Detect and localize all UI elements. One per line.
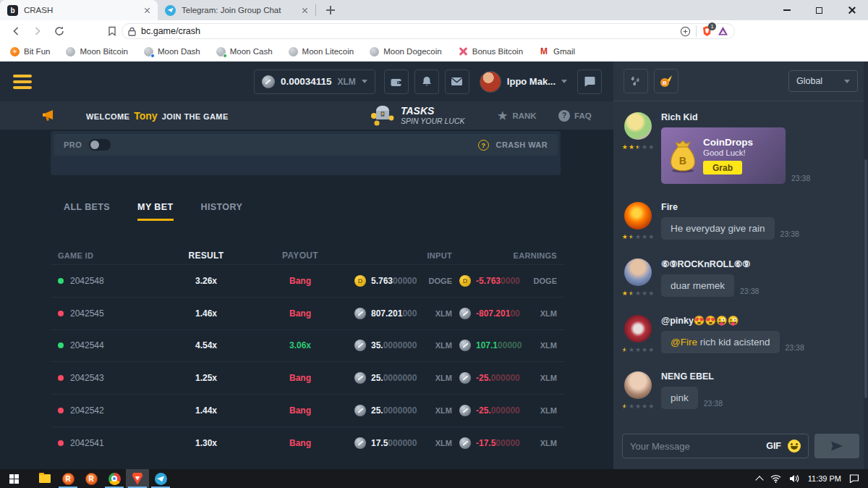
tray-expand-icon[interactable]: [755, 476, 763, 484]
bookmark-moon-litecoin[interactable]: Moon Litecoin: [289, 47, 354, 56]
faq-link[interactable]: ? FAQ: [558, 101, 592, 130]
chat-bubble-icon: [584, 76, 595, 87]
notifications-button[interactable]: [414, 70, 439, 94]
close-button[interactable]: [835, 0, 868, 20]
balance-selector[interactable]: 0.00034115 XLM: [254, 70, 375, 94]
reload-button[interactable]: [54, 25, 65, 37]
user-rating: ★★★★★: [622, 290, 654, 297]
game-id: 2042545: [70, 308, 104, 319]
avatar: [624, 315, 652, 342]
send-button[interactable]: [814, 434, 859, 458]
file-explorer-button[interactable]: [33, 469, 56, 488]
chat-channel-select[interactable]: Global: [788, 70, 858, 92]
chrome-button[interactable]: [103, 469, 126, 488]
tasks-link[interactable]: TASKS SPIN YOUR LUCK: [370, 104, 465, 126]
bookmark-bitfun[interactable]: Bit Fun: [10, 47, 50, 56]
menu-icon[interactable]: [13, 75, 32, 89]
mail-icon: [451, 77, 463, 86]
message-bubble: pink: [661, 387, 698, 409]
rain-button[interactable]: [624, 69, 648, 93]
wallet-button[interactable]: [384, 70, 409, 94]
minimize-button[interactable]: [770, 0, 803, 20]
tab-close-icon[interactable]: [144, 7, 150, 14]
tab-my-bet[interactable]: MY BET: [137, 202, 173, 221]
bonus-bitcoin-favicon: [458, 46, 468, 56]
chat-message: ★★★★★ Rich Kid B: [622, 112, 852, 184]
add-circle-icon[interactable]: [680, 26, 691, 37]
page-scrollbar[interactable]: [864, 62, 868, 469]
avatar: [624, 371, 652, 399]
bookmark-moon-dogecoin[interactable]: Moon Dogecoin: [370, 47, 442, 56]
bookmark-moon-bitcoin[interactable]: Moon Bitcoin: [66, 47, 127, 56]
fireball-button[interactable]: B: [654, 69, 678, 93]
user-menu[interactable]: Ippo Mak...: [480, 71, 567, 93]
wifi-icon[interactable]: [770, 474, 781, 483]
message-time: 23:38: [780, 230, 799, 240]
xlm-coin-icon: [459, 340, 471, 351]
welcome-banner: WELCOME Tony JOIN THE GAME TASKS SPIN YO…: [0, 101, 613, 130]
tab-history[interactable]: HISTORY: [201, 202, 243, 221]
bat-rewards-icon[interactable]: [718, 26, 728, 36]
bookmark-moon-dash[interactable]: Moon Dash: [144, 47, 200, 56]
xlm-coin-icon: [354, 372, 366, 384]
chat-header: B Global: [613, 62, 868, 101]
tab-crash[interactable]: b CRASH: [0, 0, 158, 20]
fireball-icon: B: [659, 74, 673, 88]
welcome-text: WELCOME: [86, 112, 129, 121]
crash-war-help-icon[interactable]: ?: [478, 140, 489, 151]
address-bar[interactable]: bc.game/crash 1: [122, 23, 735, 39]
volume-icon[interactable]: [789, 474, 800, 483]
brave-button[interactable]: [126, 469, 149, 488]
bookmark-icon[interactable]: [107, 26, 117, 36]
emoji-button[interactable]: [788, 439, 801, 453]
toolbar-separator: [696, 25, 697, 37]
gmail-favicon: M: [539, 46, 549, 56]
forward-button[interactable]: [32, 25, 43, 37]
payout-value: Bang: [246, 438, 354, 448]
xlm-coin-icon: [354, 340, 366, 351]
rank-link[interactable]: ★ RANK: [498, 101, 537, 130]
r-coin-icon: R: [85, 473, 98, 485]
money-bag-icon: B: [667, 138, 699, 173]
new-tab-icon[interactable]: [326, 6, 335, 14]
bookmark-bonus-bitcoin[interactable]: Bonus Bitcoin: [458, 46, 523, 56]
rollercoin-app-1[interactable]: R: [56, 469, 80, 488]
chat-username: @pinky😍😍😜😜: [661, 315, 804, 326]
status-dot: [58, 440, 64, 446]
treasure-chest-icon: [370, 104, 395, 126]
clock[interactable]: 11:39 PM: [808, 474, 841, 483]
gif-button[interactable]: GIF: [766, 441, 781, 451]
moon-favicon: [289, 47, 298, 56]
maximize-icon: [816, 7, 822, 14]
chat-toggle-button[interactable]: [577, 70, 602, 94]
scrollbar-thumb[interactable]: [864, 159, 867, 398]
message-input[interactable]: [630, 441, 760, 452]
avatar: [624, 112, 652, 140]
bookmark-gmail[interactable]: MGmail: [539, 46, 575, 56]
tab-all-bets[interactable]: ALL BETS: [64, 202, 110, 221]
grab-button[interactable]: Grab: [703, 161, 742, 174]
xlm-coin-icon: [354, 308, 366, 319]
maximize-button[interactable]: [803, 0, 835, 20]
bookmark-moon-cash[interactable]: Moon Cash: [216, 47, 273, 56]
messages-button[interactable]: [445, 70, 469, 94]
tab-close-icon[interactable]: [302, 7, 308, 14]
user-rating: ★★★★★: [622, 347, 654, 353]
action-center-icon[interactable]: [849, 474, 859, 483]
mention: @Fire: [671, 337, 697, 348]
wallet-icon: [390, 76, 403, 88]
user-rating: ★★★★★: [622, 144, 654, 151]
moon-favicon: [144, 47, 153, 56]
crash-war-label[interactable]: CRASH WAR: [496, 140, 548, 149]
back-button[interactable]: [10, 25, 22, 37]
brave-shield-button[interactable]: 1: [702, 25, 712, 37]
welcome-cta: JOIN THE GAME: [162, 112, 229, 121]
window-controls: [770, 0, 868, 20]
chevron-down-icon: [362, 80, 367, 83]
rollercoin-app-2[interactable]: R: [80, 469, 103, 488]
pro-toggle[interactable]: [89, 139, 111, 151]
telegram-button[interactable]: [149, 469, 172, 488]
start-button[interactable]: [0, 469, 27, 488]
pro-bar: PRO ? CRASH WAR: [54, 134, 558, 156]
tab-telegram[interactable]: Telegram: Join Group Chat: [158, 0, 315, 20]
